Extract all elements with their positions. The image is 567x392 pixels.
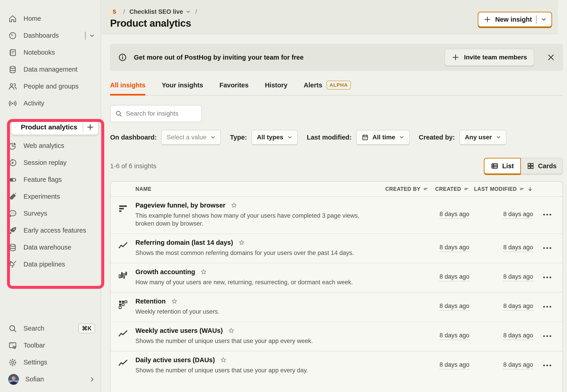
sidebar-item-dashboards[interactable]: Dashboards bbox=[0, 27, 101, 44]
project-badge[interactable]: S bbox=[110, 7, 119, 16]
row-actions-menu[interactable] bbox=[542, 274, 552, 280]
sidebar-item-session-replay[interactable]: Session replay bbox=[0, 154, 101, 171]
filter-label-type: Type: bbox=[230, 134, 247, 141]
sidebar-item-label: Dashboards bbox=[24, 32, 59, 39]
home-icon bbox=[8, 14, 17, 23]
sidebar-item-label: Early access features bbox=[24, 227, 86, 234]
sidebar-item-early-access-features[interactable]: Early access features bbox=[0, 222, 101, 239]
search-input[interactable] bbox=[126, 110, 197, 117]
new-insight-plus-icon[interactable] bbox=[86, 123, 94, 131]
trend-icon bbox=[111, 356, 135, 368]
insight-name-link[interactable]: Pageview funnel, by browser bbox=[135, 202, 225, 209]
star-icon[interactable] bbox=[220, 357, 227, 364]
star-icon[interactable] bbox=[230, 202, 238, 209]
calendar-icon bbox=[361, 134, 369, 141]
sidebar-item-label: Session replay bbox=[24, 159, 66, 167]
insights-page: Get more out of PostHog by inviting your… bbox=[110, 34, 563, 392]
last-modified-cell: 8 days ago bbox=[469, 244, 533, 252]
star-icon[interactable] bbox=[200, 268, 207, 276]
chevron-down-icon[interactable] bbox=[540, 16, 547, 23]
sidebar-item-home[interactable]: Home bbox=[0, 10, 101, 27]
row-actions-menu[interactable] bbox=[542, 304, 552, 310]
row-actions-menu[interactable] bbox=[542, 211, 552, 218]
sidebar-item-label: Product analytics bbox=[21, 123, 77, 131]
lifecycle-icon bbox=[111, 268, 135, 280]
star-icon[interactable] bbox=[171, 298, 178, 305]
insight-description: Weekly retention of your users. bbox=[135, 308, 375, 316]
sidebar-item-user[interactable]: Sofian bbox=[0, 371, 101, 388]
insight-description: Shows the number of unique users that us… bbox=[135, 337, 375, 345]
view-toggle-list[interactable]: List bbox=[484, 158, 521, 174]
column-header-created[interactable]: CREATED bbox=[429, 186, 469, 192]
sidebar-item-toolbar[interactable]: Toolbar bbox=[0, 337, 101, 354]
sidebar-bottom-nav: Search ⌘K Toolbar Settings Sofian bbox=[0, 320, 101, 388]
cards-view-icon bbox=[527, 162, 535, 170]
filter-label-created-by: Created by: bbox=[419, 134, 455, 141]
tab-history[interactable]: History bbox=[265, 81, 287, 95]
row-actions-menu[interactable] bbox=[542, 363, 552, 368]
sidebar-item-settings[interactable]: Settings bbox=[0, 354, 101, 371]
plus-icon bbox=[484, 16, 491, 23]
insight-name-link[interactable]: Retention bbox=[135, 298, 166, 305]
sidebar-item-data-warehouse[interactable]: Data warehouse bbox=[0, 239, 101, 256]
sidebar-item-search[interactable]: Search ⌘K bbox=[0, 320, 101, 337]
toggle-icon bbox=[8, 175, 17, 184]
session-replay-icon bbox=[8, 158, 17, 167]
chevron-down-icon[interactable] bbox=[89, 32, 95, 39]
activity-icon bbox=[8, 99, 17, 108]
sidebar-item-label: Activity bbox=[24, 99, 44, 107]
type-filter-dropdown[interactable]: All types bbox=[251, 130, 298, 145]
new-insight-button[interactable]: New insight bbox=[478, 12, 552, 27]
sidebar-item-feature-flags[interactable]: Feature flags bbox=[0, 171, 101, 188]
insight-name-link[interactable]: Referring domain (last 14 days) bbox=[135, 239, 233, 246]
invite-team-members-button[interactable]: Invite team members bbox=[445, 49, 534, 66]
tab-all-insights[interactable]: All insights bbox=[110, 81, 145, 95]
chevron-down-icon bbox=[185, 9, 191, 14]
breadcrumb-project[interactable]: Checklist SEO live bbox=[130, 8, 191, 15]
close-icon bbox=[547, 53, 555, 61]
star-icon[interactable] bbox=[228, 327, 235, 335]
last-modified-cell: 8 days ago bbox=[469, 273, 533, 281]
created-cell: 8 days ago bbox=[429, 211, 469, 219]
view-toggle-cards[interactable]: Cards bbox=[521, 158, 563, 174]
sidebar-item-product-analytics[interactable]: Product analytics bbox=[11, 120, 98, 135]
chevron-down-icon bbox=[287, 134, 293, 140]
created-by-filter-dropdown[interactable]: Any user bbox=[459, 130, 507, 145]
insight-name-link[interactable]: Growth accounting bbox=[135, 268, 195, 276]
sidebar-item-data-management[interactable]: Data management bbox=[0, 61, 101, 78]
last-modified-filter-dropdown[interactable]: All time bbox=[356, 130, 410, 145]
tab-alerts[interactable]: Alerts ALPHA bbox=[304, 81, 351, 95]
tab-favorites[interactable]: Favorites bbox=[219, 81, 248, 95]
chevron-right-icon bbox=[89, 376, 95, 382]
filters-bar: On dashboard: Select a value Type: All t… bbox=[110, 130, 563, 145]
column-header-name[interactable]: NAME bbox=[135, 186, 375, 192]
column-header-created-by[interactable]: CREATED BY bbox=[375, 186, 429, 192]
results-count: 1-6 of 6 insights bbox=[110, 162, 156, 170]
sidebar-item-notebooks[interactable]: Notebooks bbox=[0, 44, 101, 61]
sidebar-item-people-and-groups[interactable]: People and groups bbox=[0, 78, 101, 95]
row-actions-menu[interactable] bbox=[542, 245, 552, 251]
sidebar-item-experiments[interactable]: Experiments bbox=[0, 188, 101, 205]
insight-name-link[interactable]: Weekly active users (WAUs) bbox=[135, 327, 223, 335]
column-header-last-modified[interactable]: LAST MODIFIED bbox=[469, 186, 533, 192]
sidebar-item-surveys[interactable]: Surveys bbox=[0, 205, 101, 222]
dashboard-filter-dropdown[interactable]: Select a value bbox=[161, 130, 221, 145]
star-icon[interactable] bbox=[238, 239, 245, 246]
sidebar-item-label: Surveys bbox=[24, 210, 47, 217]
pie-chart-icon bbox=[8, 141, 17, 150]
banner-close-button[interactable] bbox=[544, 51, 558, 64]
dashboard-icon bbox=[8, 31, 17, 40]
insights-table: NAME CREATED BY CREATED LAST MODIFIED bbox=[110, 181, 563, 392]
sidebar-item-web-analytics[interactable]: Web analytics bbox=[0, 137, 101, 154]
filter-label-on-dashboard: On dashboard: bbox=[110, 134, 157, 141]
sidebar-item-label: Data management bbox=[24, 66, 77, 73]
sidebar-item-label: Feature flags bbox=[24, 176, 62, 183]
sidebar-item-label: Settings bbox=[24, 359, 47, 366]
insight-name-link[interactable]: Daily active users (DAUs) bbox=[135, 356, 215, 364]
sidebar-item-data-pipelines[interactable]: Data pipelines bbox=[0, 256, 101, 273]
created-cell: 8 days ago bbox=[429, 361, 469, 369]
row-actions-menu[interactable] bbox=[542, 333, 552, 339]
sidebar-item-activity[interactable]: Activity bbox=[0, 95, 101, 112]
tab-your-insights[interactable]: Your insights bbox=[162, 81, 203, 95]
last-modified-cell: 8 days ago bbox=[469, 211, 533, 219]
